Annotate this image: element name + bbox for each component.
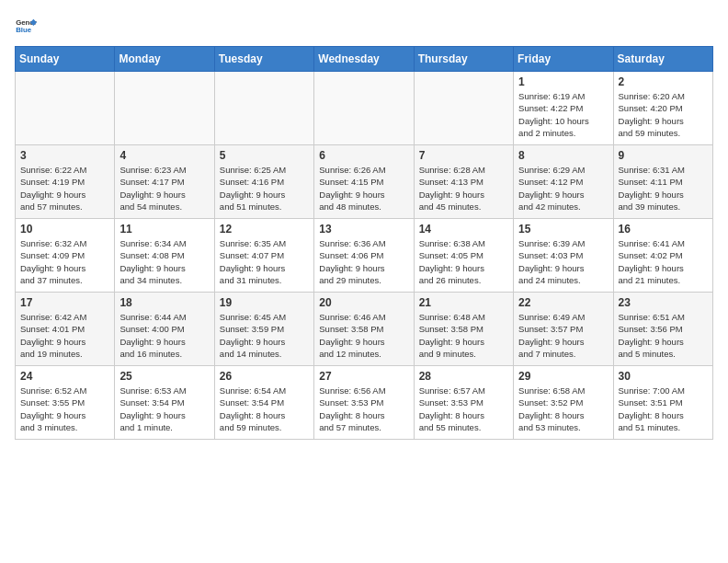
day-info: Sunrise: 6:23 AM Sunset: 4:17 PM Dayligh… bbox=[119, 164, 209, 213]
calendar-cell: 14Sunrise: 6:38 AM Sunset: 4:05 PM Dayli… bbox=[414, 219, 513, 293]
calendar-cell: 27Sunrise: 6:56 AM Sunset: 3:53 PM Dayli… bbox=[314, 366, 414, 440]
calendar-cell: 18Sunrise: 6:44 AM Sunset: 4:00 PM Dayli… bbox=[115, 293, 214, 366]
calendar-cell: 4Sunrise: 6:23 AM Sunset: 4:17 PM Daylig… bbox=[115, 145, 214, 219]
calendar-cell: 9Sunrise: 6:31 AM Sunset: 4:11 PM Daylig… bbox=[613, 145, 712, 219]
day-number: 14 bbox=[419, 223, 508, 236]
day-number: 4 bbox=[119, 149, 209, 162]
calendar-cell: 15Sunrise: 6:39 AM Sunset: 4:03 PM Dayli… bbox=[514, 219, 613, 293]
header: General Blue bbox=[15, 15, 713, 37]
day-info: Sunrise: 6:26 AM Sunset: 4:15 PM Dayligh… bbox=[319, 164, 408, 213]
day-number: 25 bbox=[119, 370, 209, 383]
day-number: 29 bbox=[518, 370, 608, 383]
day-number: 1 bbox=[518, 75, 608, 88]
calendar-week-row: 10Sunrise: 6:32 AM Sunset: 4:09 PM Dayli… bbox=[16, 219, 713, 293]
calendar-cell: 17Sunrise: 6:42 AM Sunset: 4:01 PM Dayli… bbox=[16, 293, 115, 366]
calendar-cell: 8Sunrise: 6:29 AM Sunset: 4:12 PM Daylig… bbox=[514, 145, 613, 219]
calendar-cell bbox=[414, 72, 513, 145]
calendar-cell: 16Sunrise: 6:41 AM Sunset: 4:02 PM Dayli… bbox=[613, 219, 712, 293]
calendar-cell bbox=[16, 72, 115, 145]
logo: General Blue bbox=[15, 15, 40, 37]
svg-text:Blue: Blue bbox=[16, 26, 32, 34]
day-info: Sunrise: 6:35 AM Sunset: 4:07 PM Dayligh… bbox=[220, 237, 309, 286]
day-info: Sunrise: 6:53 AM Sunset: 3:54 PM Dayligh… bbox=[119, 385, 209, 433]
day-number: 3 bbox=[20, 149, 109, 162]
calendar-cell bbox=[314, 72, 414, 145]
calendar-cell: 5Sunrise: 6:25 AM Sunset: 4:16 PM Daylig… bbox=[214, 145, 313, 219]
day-number: 12 bbox=[220, 223, 309, 236]
calendar-cell: 22Sunrise: 6:49 AM Sunset: 3:57 PM Dayli… bbox=[514, 293, 613, 366]
calendar-cell: 2Sunrise: 6:20 AM Sunset: 4:20 PM Daylig… bbox=[613, 72, 712, 145]
day-number: 20 bbox=[319, 296, 408, 309]
day-number: 24 bbox=[20, 370, 109, 383]
day-number: 22 bbox=[518, 296, 608, 309]
day-number: 13 bbox=[319, 223, 408, 236]
calendar-cell: 12Sunrise: 6:35 AM Sunset: 4:07 PM Dayli… bbox=[214, 219, 313, 293]
day-number: 15 bbox=[518, 223, 608, 236]
calendar-cell: 28Sunrise: 6:57 AM Sunset: 3:53 PM Dayli… bbox=[414, 366, 513, 440]
day-number: 9 bbox=[619, 149, 708, 162]
calendar-cell: 19Sunrise: 6:45 AM Sunset: 3:59 PM Dayli… bbox=[214, 293, 313, 366]
day-number: 5 bbox=[220, 149, 309, 162]
day-number: 2 bbox=[619, 75, 708, 88]
calendar-cell: 6Sunrise: 6:26 AM Sunset: 4:15 PM Daylig… bbox=[314, 145, 414, 219]
calendar-cell: 24Sunrise: 6:52 AM Sunset: 3:55 PM Dayli… bbox=[16, 366, 115, 440]
calendar-week-row: 1Sunrise: 6:19 AM Sunset: 4:22 PM Daylig… bbox=[16, 72, 713, 145]
calendar-cell: 7Sunrise: 6:28 AM Sunset: 4:13 PM Daylig… bbox=[414, 145, 513, 219]
day-info: Sunrise: 6:25 AM Sunset: 4:16 PM Dayligh… bbox=[220, 164, 309, 213]
day-info: Sunrise: 6:48 AM Sunset: 3:58 PM Dayligh… bbox=[419, 311, 508, 360]
day-info: Sunrise: 6:49 AM Sunset: 3:57 PM Dayligh… bbox=[518, 311, 608, 360]
day-info: Sunrise: 6:29 AM Sunset: 4:12 PM Dayligh… bbox=[518, 164, 608, 213]
day-info: Sunrise: 6:28 AM Sunset: 4:13 PM Dayligh… bbox=[419, 164, 508, 213]
calendar-cell: 23Sunrise: 6:51 AM Sunset: 3:56 PM Dayli… bbox=[613, 293, 712, 366]
day-number: 19 bbox=[220, 296, 309, 309]
calendar-cell: 3Sunrise: 6:22 AM Sunset: 4:19 PM Daylig… bbox=[16, 145, 115, 219]
calendar-cell bbox=[115, 72, 214, 145]
day-number: 6 bbox=[319, 149, 408, 162]
day-info: Sunrise: 6:38 AM Sunset: 4:05 PM Dayligh… bbox=[419, 237, 508, 286]
calendar-cell: 1Sunrise: 6:19 AM Sunset: 4:22 PM Daylig… bbox=[514, 72, 613, 145]
calendar-table: SundayMondayTuesdayWednesdayThursdayFrid… bbox=[15, 46, 713, 440]
day-header-tuesday: Tuesday bbox=[214, 47, 313, 72]
day-info: Sunrise: 6:56 AM Sunset: 3:53 PM Dayligh… bbox=[319, 385, 408, 433]
day-number: 10 bbox=[20, 223, 109, 236]
day-info: Sunrise: 6:46 AM Sunset: 3:58 PM Dayligh… bbox=[319, 311, 408, 360]
day-info: Sunrise: 6:44 AM Sunset: 4:00 PM Dayligh… bbox=[119, 311, 209, 360]
calendar-cell bbox=[214, 72, 313, 145]
calendar-cell: 13Sunrise: 6:36 AM Sunset: 4:06 PM Dayli… bbox=[314, 219, 414, 293]
day-info: Sunrise: 6:20 AM Sunset: 4:20 PM Dayligh… bbox=[619, 90, 708, 139]
day-info: Sunrise: 6:34 AM Sunset: 4:08 PM Dayligh… bbox=[119, 237, 209, 286]
day-info: Sunrise: 6:39 AM Sunset: 4:03 PM Dayligh… bbox=[518, 237, 608, 286]
day-info: Sunrise: 6:22 AM Sunset: 4:19 PM Dayligh… bbox=[20, 164, 109, 213]
day-number: 7 bbox=[419, 149, 508, 162]
day-info: Sunrise: 6:41 AM Sunset: 4:02 PM Dayligh… bbox=[619, 237, 708, 286]
day-header-friday: Friday bbox=[514, 47, 613, 72]
day-info: Sunrise: 6:58 AM Sunset: 3:52 PM Dayligh… bbox=[518, 385, 608, 433]
day-number: 17 bbox=[20, 296, 109, 309]
calendar-cell: 21Sunrise: 6:48 AM Sunset: 3:58 PM Dayli… bbox=[414, 293, 513, 366]
day-info: Sunrise: 7:00 AM Sunset: 3:51 PM Dayligh… bbox=[619, 385, 708, 433]
day-number: 16 bbox=[619, 223, 708, 236]
day-info: Sunrise: 6:45 AM Sunset: 3:59 PM Dayligh… bbox=[220, 311, 309, 360]
day-info: Sunrise: 6:36 AM Sunset: 4:06 PM Dayligh… bbox=[319, 237, 408, 286]
day-header-wednesday: Wednesday bbox=[314, 47, 414, 72]
day-number: 21 bbox=[419, 296, 508, 309]
calendar-cell: 11Sunrise: 6:34 AM Sunset: 4:08 PM Dayli… bbox=[115, 219, 214, 293]
day-number: 8 bbox=[518, 149, 608, 162]
day-number: 11 bbox=[119, 223, 209, 236]
calendar-cell: 10Sunrise: 6:32 AM Sunset: 4:09 PM Dayli… bbox=[16, 219, 115, 293]
day-info: Sunrise: 6:51 AM Sunset: 3:56 PM Dayligh… bbox=[619, 311, 708, 360]
day-header-monday: Monday bbox=[115, 47, 214, 72]
calendar-week-row: 17Sunrise: 6:42 AM Sunset: 4:01 PM Dayli… bbox=[16, 293, 713, 366]
day-info: Sunrise: 6:57 AM Sunset: 3:53 PM Dayligh… bbox=[419, 385, 508, 433]
calendar-week-row: 3Sunrise: 6:22 AM Sunset: 4:19 PM Daylig… bbox=[16, 145, 713, 219]
calendar-cell: 20Sunrise: 6:46 AM Sunset: 3:58 PM Dayli… bbox=[314, 293, 414, 366]
calendar-cell: 29Sunrise: 6:58 AM Sunset: 3:52 PM Dayli… bbox=[514, 366, 613, 440]
day-header-saturday: Saturday bbox=[613, 47, 712, 72]
day-number: 23 bbox=[619, 296, 708, 309]
day-number: 27 bbox=[319, 370, 408, 383]
day-number: 18 bbox=[119, 296, 209, 309]
calendar-header-row: SundayMondayTuesdayWednesdayThursdayFrid… bbox=[16, 47, 713, 72]
day-info: Sunrise: 6:52 AM Sunset: 3:55 PM Dayligh… bbox=[20, 385, 109, 433]
day-header-sunday: Sunday bbox=[16, 47, 115, 72]
day-number: 26 bbox=[220, 370, 309, 383]
